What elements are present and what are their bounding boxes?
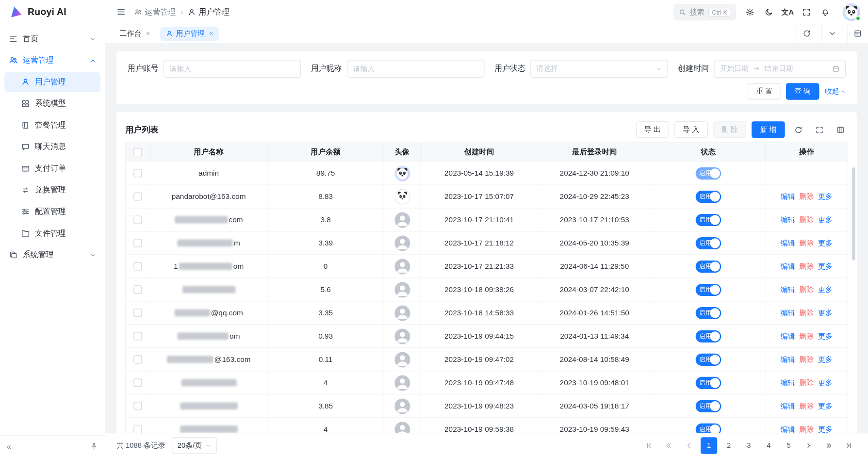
account-input[interactable]	[164, 60, 301, 78]
status-toggle[interactable]: 启用	[695, 237, 721, 249]
row-checkbox[interactable]	[133, 355, 142, 363]
pagination-first-button[interactable]	[641, 437, 657, 454]
row-action-edit[interactable]: 编辑	[780, 331, 795, 342]
row-checkbox[interactable]	[133, 309, 142, 317]
row-action-edit[interactable]: 编辑	[780, 401, 795, 411]
select-all-checkbox[interactable]	[133, 147, 142, 156]
row-action-more[interactable]: 更多	[818, 401, 833, 411]
row-action-delete[interactable]: 删除	[799, 215, 814, 225]
export-button[interactable]: 导 出	[636, 121, 669, 138]
sidebar-item-system-management[interactable]: 系统管理	[4, 245, 100, 265]
row-action-delete[interactable]: 删除	[799, 401, 814, 411]
sidebar-item-exchange-management[interactable]: 兑换管理	[4, 180, 100, 200]
row-checkbox[interactable]	[133, 425, 142, 433]
pin-icon[interactable]	[90, 442, 98, 451]
row-action-delete[interactable]: 删除	[799, 192, 814, 202]
fullscreen-icon[interactable]	[798, 3, 815, 20]
content-fullscreen-icon[interactable]	[847, 24, 868, 43]
row-checkbox[interactable]	[133, 169, 142, 177]
collapse-filter-link[interactable]: 收起	[825, 86, 846, 97]
row-checkbox[interactable]	[133, 285, 142, 294]
row-action-more[interactable]: 更多	[818, 378, 833, 388]
row-action-edit[interactable]: 编辑	[780, 215, 795, 225]
sidebar-item-system-model[interactable]: 系统模型	[4, 94, 100, 114]
refresh-table-icon[interactable]	[790, 122, 806, 137]
sidebar-item-package-management[interactable]: 套餐管理	[4, 115, 100, 135]
import-button[interactable]: 导 入	[674, 121, 707, 138]
column-settings-icon[interactable]	[833, 122, 848, 137]
status-select[interactable]: 请选择	[530, 60, 668, 78]
row-action-edit[interactable]: 编辑	[780, 308, 795, 318]
page-button-1[interactable]: 1	[701, 437, 717, 454]
tab-options-chevron-icon[interactable]	[821, 24, 842, 43]
close-icon[interactable]: ×	[146, 30, 150, 38]
row-action-delete[interactable]: 删除	[799, 261, 814, 272]
hamburger-menu-icon[interactable]	[113, 4, 129, 20]
row-action-edit[interactable]: 编辑	[780, 261, 795, 272]
row-action-delete[interactable]: 删除	[799, 378, 814, 388]
add-button[interactable]: 新 增	[752, 121, 785, 138]
status-toggle[interactable]: 启用	[695, 283, 721, 295]
status-toggle[interactable]: 启用	[695, 423, 721, 433]
row-checkbox[interactable]	[133, 192, 142, 200]
row-action-more[interactable]: 更多	[818, 192, 833, 202]
settings-gear-icon[interactable]	[742, 3, 758, 20]
row-action-delete[interactable]: 删除	[799, 355, 814, 365]
close-icon[interactable]: ×	[209, 30, 213, 38]
sidebar-item-user-management[interactable]: 用户管理	[4, 72, 100, 92]
translate-icon[interactable]: 文A	[779, 3, 796, 20]
page-button-5[interactable]: 5	[780, 437, 797, 454]
global-search[interactable]: 搜索 Ctrl K	[673, 3, 736, 20]
pagination-last-button[interactable]	[840, 437, 857, 454]
row-action-more[interactable]: 更多	[818, 261, 833, 272]
page-button-3[interactable]: 3	[740, 437, 757, 454]
status-toggle[interactable]: 启用	[695, 400, 721, 412]
delete-button[interactable]: 删 除	[713, 121, 746, 138]
user-avatar-button[interactable]	[842, 3, 860, 21]
row-action-edit[interactable]: 编辑	[780, 424, 795, 433]
row-action-delete[interactable]: 删除	[799, 238, 814, 248]
notification-bell-icon[interactable]	[817, 3, 834, 20]
status-toggle[interactable]: 启用	[695, 330, 721, 342]
pagination-prev-group-button[interactable]	[661, 437, 677, 454]
theme-moon-icon[interactable]	[760, 3, 777, 20]
row-checkbox[interactable]	[133, 239, 142, 247]
row-checkbox[interactable]	[133, 262, 142, 270]
row-checkbox[interactable]	[133, 215, 142, 224]
pagination-prev-button[interactable]	[681, 437, 697, 454]
row-action-edit[interactable]: 编辑	[780, 285, 795, 295]
status-toggle[interactable]: 启用	[695, 260, 721, 272]
row-action-delete[interactable]: 删除	[799, 308, 814, 318]
row-action-edit[interactable]: 编辑	[780, 355, 795, 365]
row-action-delete[interactable]: 删除	[799, 285, 814, 295]
row-action-more[interactable]: 更多	[818, 308, 833, 318]
sidebar-item-chat-messages[interactable]: 聊天消息	[4, 137, 100, 157]
row-checkbox[interactable]	[133, 332, 142, 340]
pagination-next-button[interactable]	[801, 437, 817, 454]
refresh-page-icon[interactable]	[796, 24, 817, 43]
row-action-delete[interactable]: 删除	[799, 331, 814, 342]
row-action-more[interactable]: 更多	[818, 238, 833, 248]
sidebar-item-home[interactable]: 首页	[4, 29, 100, 49]
breadcrumb-item-user-management[interactable]: 用户管理	[188, 7, 230, 17]
page-button-2[interactable]: 2	[721, 437, 737, 454]
sidebar-item-payment-orders[interactable]: 支付订单	[4, 159, 100, 179]
status-toggle[interactable]: 启用	[695, 213, 721, 226]
status-toggle[interactable]: 启用	[695, 307, 721, 319]
page-button-4[interactable]: 4	[760, 437, 777, 454]
row-action-more[interactable]: 更多	[818, 424, 833, 433]
status-toggle[interactable]: 启用	[695, 167, 721, 179]
table-fullscreen-icon[interactable]	[811, 122, 827, 137]
sidebar-collapse-button[interactable]: «	[7, 441, 12, 451]
status-toggle[interactable]: 启用	[695, 353, 721, 365]
row-action-edit[interactable]: 编辑	[780, 378, 795, 388]
scrollbar-thumb[interactable]	[852, 167, 855, 261]
tab-workbench[interactable]: 工作台 ×	[114, 26, 155, 41]
breadcrumb-item-operations[interactable]: 运营管理	[134, 7, 176, 17]
row-action-more[interactable]: 更多	[818, 285, 833, 295]
sidebar-item-operations[interactable]: 运营管理	[4, 50, 100, 70]
nickname-input[interactable]	[347, 60, 484, 78]
row-action-edit[interactable]: 编辑	[780, 192, 795, 202]
reset-button[interactable]: 重 置	[748, 83, 781, 99]
status-toggle[interactable]: 启用	[695, 190, 721, 202]
